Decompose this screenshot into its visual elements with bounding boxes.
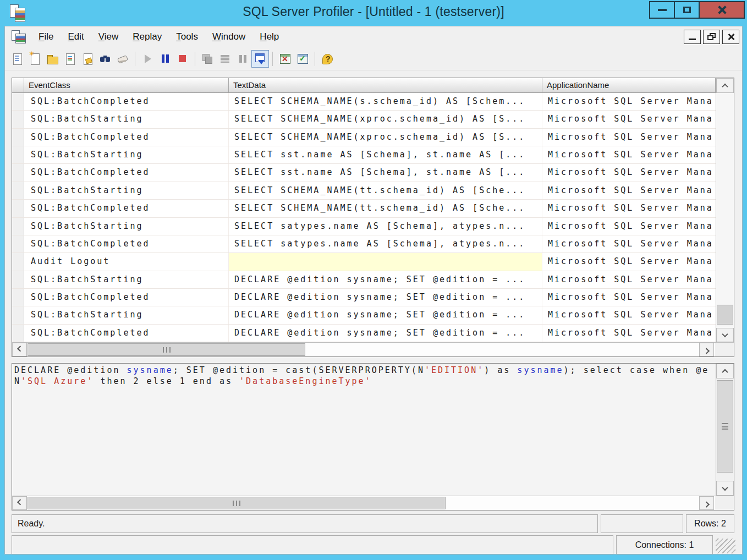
window-frame: FileEditViewReplayToolsWindowHelp EventC… xyxy=(4,26,743,554)
clear-trace-button[interactable] xyxy=(114,50,131,68)
table-row[interactable]: SQL:BatchCompletedDECLARE @edition sysna… xyxy=(12,325,716,342)
pane-horizontal-scrollbar[interactable] xyxy=(12,496,734,510)
cell-textdata: SELECT SCHEMA_NAME(tt.schema_id) AS [Sch… xyxy=(229,200,542,217)
sql-text-pane[interactable]: DECLARE @edition sysname; SET @edition =… xyxy=(12,363,734,510)
new-trace-button[interactable] xyxy=(8,50,26,68)
scroll-left-button[interactable] xyxy=(12,343,27,356)
scroll-right-button[interactable] xyxy=(699,343,714,356)
status-connections: Connections: 1 xyxy=(616,535,713,554)
table-row[interactable]: SQL:BatchCompletedDECLARE @edition sysna… xyxy=(12,289,716,306)
cell-textdata: SELECT satypes.name AS [Schema], atypes.… xyxy=(229,235,542,252)
grid-vertical-scrollbar[interactable] xyxy=(716,78,734,342)
cell-eventclass: SQL:BatchCompleted xyxy=(24,200,229,217)
properties-button[interactable] xyxy=(79,50,96,68)
grid-horizontal-scrollbar[interactable] xyxy=(12,342,734,356)
autoscroll-button[interactable] xyxy=(251,50,269,68)
chevron-down-icon xyxy=(722,331,728,337)
clear-trace-icon xyxy=(116,52,129,65)
scroll-left-button[interactable] xyxy=(12,496,27,510)
organize-columns-button[interactable] xyxy=(276,50,294,68)
menu-edit[interactable]: Edit xyxy=(61,29,91,45)
table-row[interactable]: SQL:BatchStartingDECLARE @edition sysnam… xyxy=(12,271,716,289)
stop-button[interactable] xyxy=(174,50,191,68)
menu-bar: FileEditViewReplayToolsWindowHelp xyxy=(5,26,742,47)
window-title: SQL Server Profiler - [Untitled - 1 (tes… xyxy=(0,4,747,19)
chevron-up-icon xyxy=(722,369,728,375)
table-row[interactable]: SQL:BatchStartingSELECT SCHEMA_NAME(xpro… xyxy=(12,111,716,128)
maximize-button[interactable] xyxy=(674,1,700,19)
open-button[interactable] xyxy=(43,50,61,68)
scroll-up-button[interactable] xyxy=(716,78,734,93)
horizontal-scroll-thumb[interactable] xyxy=(28,497,446,509)
menu-view[interactable]: View xyxy=(91,29,126,45)
column-header-applicationname[interactable]: ApplicationName xyxy=(542,78,716,93)
chevron-up-icon xyxy=(722,83,728,89)
title-bar[interactable]: SQL Server Profiler - [Untitled - 1 (tes… xyxy=(0,0,747,26)
help-button[interactable] xyxy=(318,50,336,68)
child-minimize-button[interactable] xyxy=(684,30,701,44)
pause-button[interactable] xyxy=(156,50,174,68)
new-trace-icon xyxy=(10,52,24,65)
toolbar-separator xyxy=(195,52,195,66)
vertical-scroll-thumb[interactable] xyxy=(717,305,733,325)
menu-file[interactable]: File xyxy=(31,29,61,45)
child-close-button[interactable] xyxy=(722,30,739,44)
cell-applicationname: Microsoft SQL Server Mana xyxy=(542,325,716,342)
cell-applicationname: Microsoft SQL Server Mana xyxy=(542,129,716,146)
menu-tools[interactable]: Tools xyxy=(169,29,205,45)
pane-vertical-scrollbar[interactable] xyxy=(716,364,734,496)
toolbar xyxy=(5,47,742,70)
scroll-right-button[interactable] xyxy=(699,496,714,510)
find-button[interactable] xyxy=(96,50,114,68)
start-icon xyxy=(141,52,154,65)
resize-grip[interactable] xyxy=(716,539,735,553)
menu-replay[interactable]: Replay xyxy=(125,29,169,45)
child-close-icon xyxy=(727,33,735,41)
table-row[interactable]: SQL:BatchCompletedSELECT SCHEMA_NAME(s.s… xyxy=(12,93,716,111)
row-selector xyxy=(12,93,24,110)
menu-help[interactable]: Help xyxy=(252,29,286,45)
table-row[interactable]: SQL:BatchCompletedSELECT sst.name AS [Sc… xyxy=(12,164,716,182)
column-header-textdata[interactable]: TextData xyxy=(229,78,542,93)
cell-eventclass: SQL:BatchCompleted xyxy=(24,289,229,306)
cell-eventclass: SQL:BatchStarting xyxy=(24,218,229,235)
chevron-left-icon xyxy=(17,345,23,352)
column-header-eventclass[interactable]: EventClass xyxy=(24,78,229,93)
close-button[interactable] xyxy=(699,1,745,19)
table-row[interactable]: SQL:BatchStartingSELECT satypes.name AS … xyxy=(12,218,716,235)
run-to-button xyxy=(216,50,234,68)
scroll-down-button[interactable] xyxy=(716,481,734,496)
table-row[interactable]: SQL:BatchStartingDECLARE @edition sysnam… xyxy=(12,306,716,324)
scroll-down-button[interactable] xyxy=(716,328,734,342)
stop-icon xyxy=(176,52,189,65)
cell-applicationname: Microsoft SQL Server Mana xyxy=(542,271,716,288)
save-button[interactable] xyxy=(61,50,79,68)
child-restore-button[interactable] xyxy=(703,30,720,44)
scroll-up-button[interactable] xyxy=(716,364,734,378)
aggregate-view-button[interactable] xyxy=(294,50,311,68)
row-selector xyxy=(12,146,24,163)
table-row[interactable]: SQL:BatchCompletedSELECT SCHEMA_NAME(tt.… xyxy=(12,200,716,217)
horizontal-scroll-thumb[interactable] xyxy=(28,343,305,356)
cell-textdata: SELECT SCHEMA_NAME(xproc.schema_id) AS [… xyxy=(229,111,542,128)
row-selector xyxy=(12,182,24,199)
table-row[interactable]: Audit LogoutMicrosoft SQL Server Mana xyxy=(12,253,716,271)
grip-icon xyxy=(233,501,240,506)
menu-window[interactable]: Window xyxy=(205,29,252,45)
table-row[interactable]: SQL:BatchCompletedSELECT satypes.name AS… xyxy=(12,235,716,253)
cell-textdata: SELECT SCHEMA_NAME(tt.schema_id) AS [Sch… xyxy=(229,182,542,199)
window-controls xyxy=(650,1,745,19)
scrollbar-corner xyxy=(715,343,734,356)
table-row[interactable]: SQL:BatchCompletedSELECT SCHEMA_NAME(xpr… xyxy=(12,129,716,146)
new-document-button[interactable] xyxy=(26,50,43,68)
scrollbar-corner xyxy=(715,496,734,510)
table-row[interactable]: SQL:BatchStartingSELECT SCHEMA_NAME(tt.s… xyxy=(12,182,716,200)
close-icon xyxy=(717,5,727,15)
cell-applicationname: Microsoft SQL Server Mana xyxy=(542,93,716,110)
chevron-right-icon xyxy=(703,501,709,507)
sql-line: DECLARE @edition sysname; SET @edition =… xyxy=(14,365,714,376)
vertical-scroll-thumb[interactable] xyxy=(717,380,733,473)
minimize-button[interactable] xyxy=(649,1,675,19)
cell-textdata: DECLARE @edition sysname; SET @edition =… xyxy=(229,325,542,342)
table-row[interactable]: SQL:BatchStartingSELECT sst.name AS [Sch… xyxy=(12,146,716,164)
